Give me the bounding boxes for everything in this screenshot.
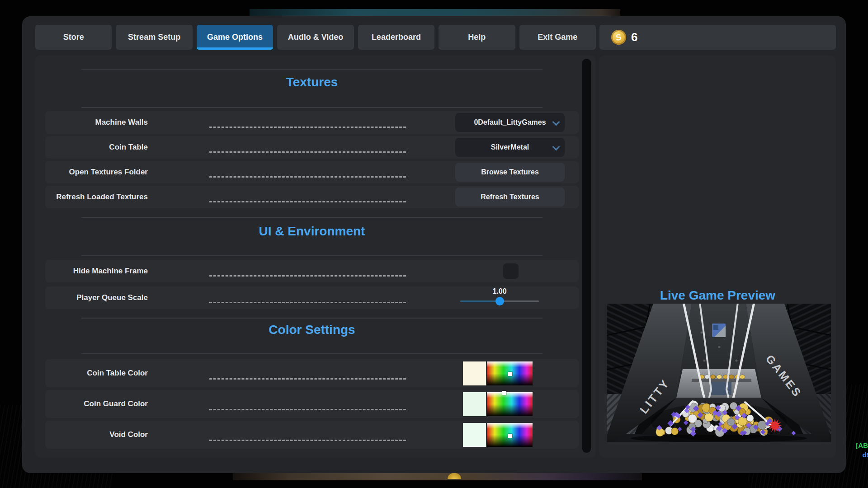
tab-label: Exit Game (538, 33, 577, 42)
color-picker-marker[interactable] (508, 434, 512, 438)
tab-game-options[interactable]: Game Options (197, 25, 273, 50)
currency-amount: 6 (631, 30, 637, 44)
tab-label: Help (468, 33, 486, 42)
preview-scene: LITTY GAMES (607, 304, 831, 442)
divider (81, 217, 542, 218)
leader-line (209, 201, 406, 202)
tab-exit-game[interactable]: Exit Game (519, 25, 596, 50)
tab-label: Leaderboard (372, 33, 421, 42)
row-label: Coin Table Color (45, 369, 148, 378)
coin-icon-letter: S (615, 32, 622, 43)
tab-audio-video[interactable]: Audio & Video (277, 25, 354, 50)
coin-guard-color-picker[interactable] (487, 392, 533, 416)
debug-line-2: d9 (856, 450, 868, 460)
divider (81, 107, 542, 108)
chevron-down-icon (552, 143, 560, 151)
slider-knob[interactable] (495, 297, 504, 305)
dropdown-value: 0Default_LittyGames (474, 118, 546, 127)
slider-fill (460, 300, 500, 302)
live-preview-panel: Live Game Preview (599, 55, 836, 458)
leader-line (209, 275, 406, 277)
leader-line (209, 127, 406, 128)
screen: [AB] d9 Store Stream Setup Game Options … (0, 0, 868, 488)
row-label: Hide Machine Frame (45, 267, 148, 276)
browse-textures-button[interactable]: Browse Textures (455, 163, 565, 182)
machine-walls-dropdown[interactable]: 0Default_LittyGames (455, 113, 565, 132)
row-coin-guard-color: Coin Guard Color (45, 390, 579, 418)
tab-stream-setup[interactable]: Stream Setup (116, 25, 192, 50)
chevron-down-icon (552, 118, 560, 126)
slider-value: 1.00 (486, 287, 513, 296)
player-queue-scale-slider: 1.00 (460, 286, 539, 309)
background-game-glimpse-bottom (233, 473, 642, 480)
row-label: Machine Walls (45, 118, 148, 127)
row-coin-table-color: Coin Table Color (45, 359, 579, 387)
refresh-textures-button[interactable]: Refresh Textures (455, 188, 565, 206)
machine-logo (712, 324, 726, 337)
section-title-color-settings: Color Settings (35, 323, 589, 337)
tab-leaderboard[interactable]: Leaderboard (358, 25, 434, 50)
dropdown-value: SilverMetal (491, 143, 529, 151)
coin-icon: S (611, 30, 626, 45)
leader-line (209, 378, 406, 380)
tab-store[interactable]: Store (35, 25, 112, 50)
void-color-picker[interactable] (487, 423, 533, 447)
currency-panel: S 6 (599, 25, 836, 50)
color-picker-marker[interactable] (502, 391, 506, 395)
button-label: Browse Textures (481, 168, 539, 176)
row-label: Void Color (45, 430, 148, 439)
row-coin-table: Coin Table SilverMetal (45, 136, 579, 159)
coin-table-color-swatch[interactable] (463, 361, 486, 385)
game-options-panel: Textures Machine Walls 0Default_LittyGam… (35, 55, 596, 458)
coin-table-color-picker[interactable] (487, 361, 533, 385)
debug-line-1: [AB] (856, 441, 868, 450)
hide-machine-frame-checkbox[interactable] (503, 263, 519, 279)
row-label: Open Textures Folder (45, 168, 148, 177)
row-void-color: Void Color (45, 421, 579, 449)
row-refresh-loaded-textures: Refresh Loaded Textures Refresh Textures (45, 186, 579, 208)
tab-label: Audio & Video (288, 33, 344, 42)
section-title-ui-environment: UI & Environment (35, 224, 589, 239)
leader-line (209, 440, 406, 441)
leader-line (209, 176, 406, 178)
divider (81, 255, 542, 256)
tab-label: Stream Setup (128, 33, 180, 42)
tab-label: Game Options (207, 33, 263, 42)
leader-line (209, 302, 406, 303)
settings-dialog: Store Stream Setup Game Options Audio & … (22, 16, 846, 473)
row-label: Player Queue Scale (45, 293, 148, 302)
row-label: Coin Guard Color (45, 399, 148, 408)
divider (81, 69, 542, 70)
divider (81, 318, 542, 319)
coin-table-dropdown[interactable]: SilverMetal (455, 138, 565, 157)
leader-line (209, 151, 406, 153)
coin-guard-color-swatch[interactable] (463, 392, 486, 416)
debug-overlay: [AB] d9 (856, 441, 868, 460)
row-player-queue-scale: Player Queue Scale 1.00 (45, 286, 579, 309)
leader-line (209, 409, 406, 410)
void-color-swatch[interactable] (463, 423, 486, 447)
row-label: Coin Table (45, 143, 148, 152)
tab-label: Store (63, 33, 84, 42)
preview-title: Live Game Preview (599, 288, 836, 303)
divider (81, 353, 542, 354)
tab-bar: Store Stream Setup Game Options Audio & … (35, 25, 596, 50)
tab-help[interactable]: Help (439, 25, 515, 50)
background-game-glimpse-top (250, 9, 620, 16)
color-picker-marker[interactable] (508, 372, 512, 376)
row-label: Refresh Loaded Textures (45, 192, 148, 202)
button-label: Refresh Textures (481, 193, 539, 201)
row-machine-walls: Machine Walls 0Default_LittyGames (45, 111, 579, 134)
row-open-textures-folder: Open Textures Folder Browse Textures (45, 161, 579, 183)
row-hide-machine-frame: Hide Machine Frame (45, 260, 579, 282)
scrollbar[interactable] (582, 59, 591, 453)
live-game-preview: LITTY GAMES (607, 304, 831, 442)
section-title-textures: Textures (35, 75, 589, 89)
